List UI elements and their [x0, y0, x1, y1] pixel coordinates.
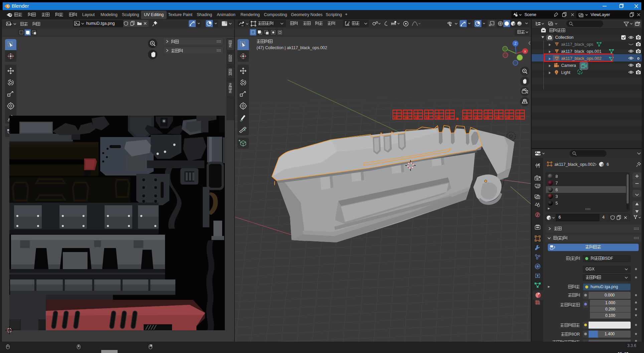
svg-text:X: X: [524, 50, 526, 53]
svg-text:Z: Z: [514, 42, 516, 45]
